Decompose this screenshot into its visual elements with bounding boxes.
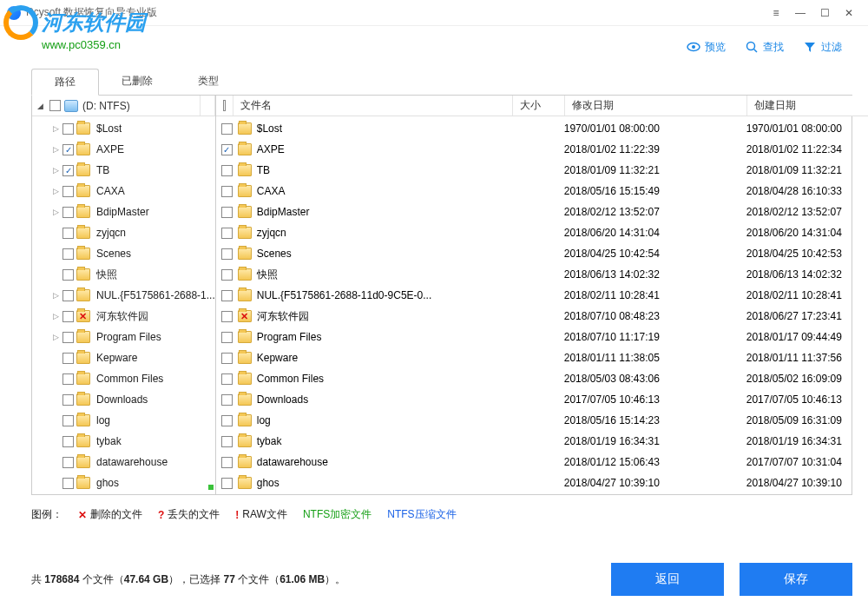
- tree-checkbox[interactable]: [62, 415, 74, 426]
- tree-item[interactable]: ▷BdipMaster: [32, 202, 215, 222]
- row-checkbox[interactable]: [221, 144, 233, 155]
- tree-checkbox[interactable]: [62, 436, 74, 447]
- close-button[interactable]: ✕: [837, 1, 861, 25]
- tree-item[interactable]: ghos: [32, 473, 215, 493]
- list-row[interactable]: tybak2018/01/19 16:34:312018/01/19 16:34…: [216, 431, 868, 452]
- list-row[interactable]: $Lost1970/01/01 08:00:001970/01/01 08:00…: [216, 118, 868, 139]
- minimize-button[interactable]: —: [788, 1, 812, 25]
- tree-item[interactable]: Kepware: [32, 347, 215, 368]
- tree-header-indicator[interactable]: [201, 96, 215, 116]
- col-size[interactable]: 大小: [513, 96, 565, 116]
- tree-item[interactable]: Downloads: [32, 389, 215, 410]
- tree-item[interactable]: log: [32, 410, 215, 431]
- back-button[interactable]: 返回: [611, 563, 724, 596]
- expand-icon[interactable]: ▷: [51, 312, 60, 321]
- list-row[interactable]: zyjqcn2018/06/20 14:31:042018/06/20 14:3…: [216, 222, 868, 243]
- row-checkbox[interactable]: [221, 415, 233, 426]
- row-checkbox[interactable]: [221, 269, 233, 281]
- search-button[interactable]: 查找: [745, 40, 784, 55]
- row-checkbox[interactable]: [221, 353, 233, 364]
- tree-item[interactable]: Scenes: [32, 243, 215, 264]
- row-checkbox[interactable]: [221, 186, 233, 197]
- tree-item[interactable]: ▷CAXA: [32, 181, 215, 202]
- list-row[interactable]: TB2018/01/09 11:32:212018/01/09 11:32:21: [216, 160, 868, 181]
- tree-item[interactable]: 快照: [32, 264, 215, 285]
- list-row[interactable]: ghos2018/04/27 10:39:102018/04/27 10:39:…: [216, 473, 868, 493]
- row-checkbox[interactable]: [221, 165, 233, 176]
- tab-deleted[interactable]: 已删除: [99, 69, 175, 96]
- tree-checkbox[interactable]: [62, 373, 74, 385]
- col-filename[interactable]: 文件名: [233, 96, 513, 116]
- tree-checkbox[interactable]: [62, 457, 74, 468]
- filter-button[interactable]: 过滤: [803, 40, 842, 55]
- expand-icon[interactable]: ▷: [51, 166, 60, 175]
- row-checkbox[interactable]: [221, 478, 233, 489]
- tree-item[interactable]: ▷TB: [32, 160, 215, 181]
- collapse-icon[interactable]: ◢: [37, 102, 46, 110]
- tree-item[interactable]: ▷$Lost: [32, 118, 215, 139]
- tree-scroll-indicator[interactable]: [208, 480, 214, 492]
- list-row[interactable]: 快照2018/06/13 14:02:322018/06/13 14:02:32: [216, 264, 868, 285]
- tree-checkbox[interactable]: [62, 123, 74, 135]
- list-row[interactable]: BdipMaster2018/02/12 13:52:072018/02/12 …: [216, 202, 868, 222]
- tree-item[interactable]: ▷河东软件园: [32, 306, 215, 327]
- tree-checkbox[interactable]: [62, 478, 74, 489]
- list-row[interactable]: 河东软件园2018/07/10 08:48:232018/06/27 17:23…: [216, 306, 868, 327]
- tree-item[interactable]: ▷AXPE: [32, 139, 215, 160]
- row-checkbox[interactable]: [221, 248, 233, 260]
- row-checkbox[interactable]: [221, 457, 233, 468]
- tree-root-label[interactable]: (D: NTFS): [82, 100, 130, 112]
- tree-item[interactable]: datawarehouse: [32, 452, 215, 473]
- list-row[interactable]: datawarehouse2018/01/12 15:06:432017/07/…: [216, 452, 868, 473]
- tree-checkbox[interactable]: [62, 186, 74, 197]
- save-button[interactable]: 保存: [740, 563, 852, 596]
- row-checkbox[interactable]: [221, 394, 233, 406]
- tab-type[interactable]: 类型: [175, 69, 241, 96]
- tree-checkbox[interactable]: [62, 144, 74, 155]
- maximize-button[interactable]: ☐: [812, 1, 837, 25]
- list-row[interactable]: CAXA2018/05/16 15:15:492018/04/28 16:10:…: [216, 181, 868, 202]
- tree-checkbox[interactable]: [62, 207, 74, 218]
- tab-path[interactable]: 路径: [31, 69, 99, 96]
- row-checkbox[interactable]: [221, 207, 233, 218]
- preview-button[interactable]: 预览: [687, 40, 726, 55]
- expand-icon[interactable]: ▷: [51, 208, 60, 216]
- tree-root-checkbox[interactable]: [49, 100, 61, 111]
- tree-checkbox[interactable]: [62, 228, 74, 239]
- menu-button[interactable]: ≡: [764, 1, 788, 25]
- row-checkbox[interactable]: [221, 373, 233, 385]
- row-checkbox[interactable]: [221, 436, 233, 447]
- list-row[interactable]: Scenes2018/04/25 10:42:542018/04/25 10:4…: [216, 243, 868, 264]
- expand-icon[interactable]: ▷: [51, 333, 60, 341]
- list-body[interactable]: $Lost1970/01/01 08:00:001970/01/01 08:00…: [216, 116, 868, 494]
- tree-item[interactable]: tybak: [32, 431, 215, 452]
- list-row[interactable]: Downloads2017/07/05 10:46:132017/07/05 1…: [216, 389, 868, 410]
- tree-checkbox[interactable]: [62, 332, 74, 343]
- tree-checkbox[interactable]: [62, 353, 74, 364]
- row-checkbox[interactable]: [221, 228, 233, 239]
- tree-item[interactable]: ▷Program Files: [32, 327, 215, 347]
- expand-icon[interactable]: ▷: [51, 291, 60, 300]
- row-checkbox[interactable]: [221, 123, 233, 135]
- row-checkbox[interactable]: [221, 332, 233, 343]
- tree-item[interactable]: ▷NUL.{F5175861-2688-1...: [32, 285, 215, 306]
- tree-item[interactable]: zyjqcn: [32, 222, 215, 243]
- expand-icon[interactable]: ▷: [51, 145, 60, 154]
- col-modified[interactable]: 修改日期: [565, 96, 747, 116]
- list-row[interactable]: Common Files2018/05/03 08:43:062018/05/0…: [216, 368, 868, 389]
- tree-checkbox[interactable]: [62, 248, 74, 260]
- row-checkbox[interactable]: [221, 290, 233, 301]
- list-row[interactable]: Program Files2018/07/10 11:17:192018/01/…: [216, 327, 868, 347]
- tree-checkbox[interactable]: [62, 394, 74, 406]
- tree-checkbox[interactable]: [62, 290, 74, 301]
- expand-icon[interactable]: ▷: [51, 187, 60, 195]
- expand-icon[interactable]: ▷: [51, 124, 60, 133]
- row-checkbox[interactable]: [221, 311, 233, 322]
- tree-item[interactable]: Common Files: [32, 368, 215, 389]
- list-row[interactable]: NUL.{F5175861-2688-11d0-9C5E-0...2018/02…: [216, 285, 868, 306]
- tree-checkbox[interactable]: [62, 165, 74, 176]
- tree-body[interactable]: ▷$Lost▷AXPE▷TB▷CAXA▷BdipMasterzyjqcnScen…: [32, 116, 215, 494]
- list-checkall[interactable]: [223, 100, 226, 111]
- tree-checkbox[interactable]: [62, 311, 74, 322]
- tree-checkbox[interactable]: [62, 269, 74, 281]
